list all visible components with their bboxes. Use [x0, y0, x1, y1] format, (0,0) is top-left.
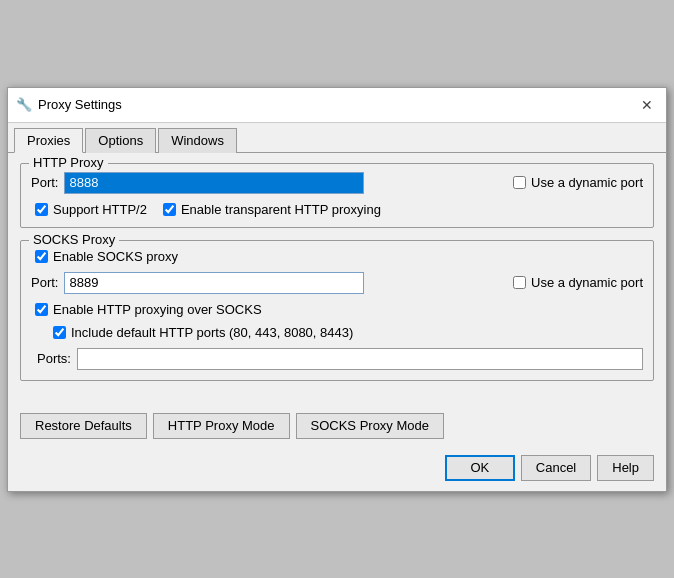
- close-button[interactable]: ✕: [636, 94, 658, 116]
- enable-socks-label[interactable]: Enable SOCKS proxy: [35, 249, 178, 264]
- dialog-footer: OK Cancel Help: [8, 451, 666, 491]
- socks-port-label: Port:: [31, 275, 58, 290]
- app-icon: 🔧: [16, 97, 32, 113]
- socks-dynamic-port-label[interactable]: Use a dynamic port: [513, 275, 643, 290]
- support-http2-label[interactable]: Support HTTP/2: [35, 202, 147, 217]
- cancel-button[interactable]: Cancel: [521, 455, 591, 481]
- http-over-socks-checkbox[interactable]: [35, 303, 48, 316]
- socks-ports-row: Ports:: [31, 348, 643, 370]
- socks-proxy-group: SOCKS Proxy Enable SOCKS proxy Port: Use…: [20, 240, 654, 381]
- enable-transparent-checkbox[interactable]: [163, 203, 176, 216]
- tab-proxies[interactable]: Proxies: [14, 128, 83, 153]
- enable-transparent-label[interactable]: Enable transparent HTTP proxying: [163, 202, 381, 217]
- support-http2-checkbox[interactable]: [35, 203, 48, 216]
- dialog-title: Proxy Settings: [38, 97, 636, 112]
- http-dynamic-port-label[interactable]: Use a dynamic port: [513, 175, 643, 190]
- ok-button[interactable]: OK: [445, 455, 515, 481]
- http-dynamic-port-checkbox[interactable]: [513, 176, 526, 189]
- socks-proxy-mode-button[interactable]: SOCKS Proxy Mode: [296, 413, 445, 439]
- http-options-row: Support HTTP/2 Enable transparent HTTP p…: [31, 202, 643, 217]
- socks-ports-label: Ports:: [37, 351, 71, 366]
- http-proxy-mode-button[interactable]: HTTP Proxy Mode: [153, 413, 290, 439]
- tabs-container: Proxies Options Windows: [8, 123, 666, 153]
- include-default-ports-row: Include default HTTP ports (80, 443, 808…: [49, 325, 643, 340]
- socks-port-row: Port: Use a dynamic port: [31, 272, 643, 294]
- http-proxy-group: HTTP Proxy Port: Use a dynamic port Supp…: [20, 163, 654, 228]
- socks-proxy-group-label: SOCKS Proxy: [29, 232, 119, 247]
- tab-windows[interactable]: Windows: [158, 128, 237, 153]
- title-bar: 🔧 Proxy Settings ✕: [8, 88, 666, 123]
- tab-options[interactable]: Options: [85, 128, 156, 153]
- action-buttons-row: Restore Defaults HTTP Proxy Mode SOCKS P…: [8, 403, 666, 451]
- include-default-ports-label[interactable]: Include default HTTP ports (80, 443, 808…: [53, 325, 353, 340]
- include-default-ports-checkbox[interactable]: [53, 326, 66, 339]
- enable-socks-checkbox[interactable]: [35, 250, 48, 263]
- http-proxy-group-label: HTTP Proxy: [29, 155, 108, 170]
- tab-content: HTTP Proxy Port: Use a dynamic port Supp…: [8, 153, 666, 403]
- enable-socks-row: Enable SOCKS proxy: [31, 249, 643, 264]
- http-port-row: Port: Use a dynamic port: [31, 172, 643, 194]
- http-over-socks-row: Enable HTTP proxying over SOCKS: [31, 302, 643, 317]
- proxy-settings-dialog: 🔧 Proxy Settings ✕ Proxies Options Windo…: [7, 87, 667, 492]
- socks-port-input[interactable]: [64, 272, 364, 294]
- socks-dynamic-port-checkbox[interactable]: [513, 276, 526, 289]
- http-port-input[interactable]: [64, 172, 364, 194]
- restore-defaults-button[interactable]: Restore Defaults: [20, 413, 147, 439]
- http-port-label: Port:: [31, 175, 58, 190]
- help-button[interactable]: Help: [597, 455, 654, 481]
- http-over-socks-label[interactable]: Enable HTTP proxying over SOCKS: [35, 302, 262, 317]
- socks-ports-input[interactable]: [77, 348, 643, 370]
